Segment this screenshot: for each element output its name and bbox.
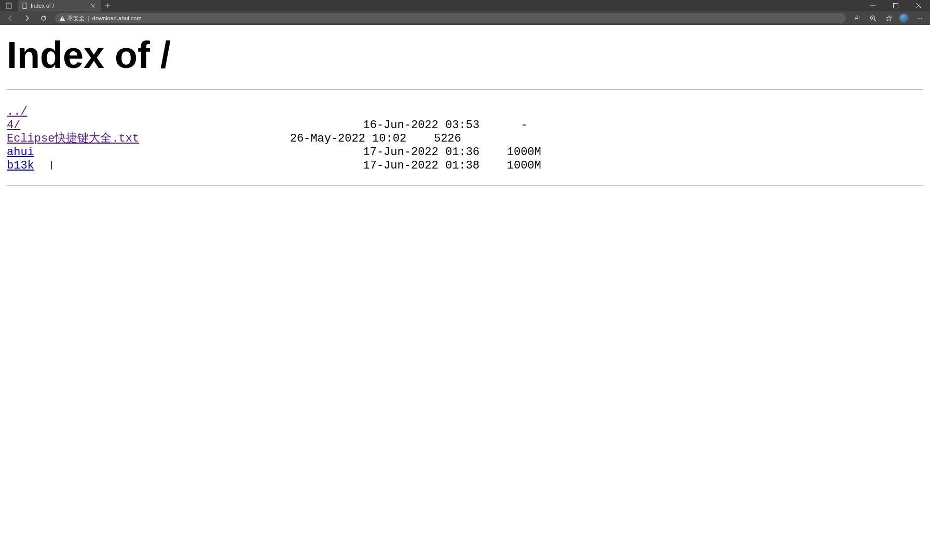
directory-listing: ../ 4/ 16-Jun-2022 03:53 - Eclipse快捷键大全.… [7,90,923,185]
zoom-icon[interactable] [866,12,880,24]
close-window-button[interactable] [907,0,930,11]
svg-rect-0 [6,3,11,8]
listing-link[interactable]: ahui [7,146,34,159]
tab-well: Index of / [0,0,114,11]
address-url: download.ahui.com [92,15,142,21]
reload-button[interactable] [36,12,51,24]
back-button[interactable] [3,12,18,24]
site-security-indicator[interactable]: 不安全 [59,15,85,22]
svg-rect-10 [62,17,62,19]
minimize-button[interactable] [861,0,884,11]
divider-bottom [7,185,923,186]
text-cursor [51,161,52,170]
new-tab-button[interactable] [101,0,114,11]
maximize-button[interactable] [884,0,907,11]
tab-title: Index of / [31,3,86,9]
forward-button[interactable] [20,12,34,24]
tab-actions-icon[interactable] [0,0,18,11]
more-menu-icon[interactable]: ··· [912,12,927,24]
svg-rect-11 [62,20,62,20]
profile-avatar[interactable] [897,12,911,24]
page-content: Index of / ../ 4/ 16-Jun-2022 03:53 - Ec… [0,25,930,560]
browser-toolbar: 不安全 | download.ahui.com A⁾ ··· [0,11,930,25]
listing-link[interactable]: Eclipse快捷键大全.txt [7,132,139,145]
parent-dir-link[interactable]: ../ [7,105,28,118]
close-tab-icon[interactable] [89,2,97,9]
browser-tab[interactable]: Index of / [18,0,101,11]
window-controls [861,0,930,11]
svg-rect-7 [894,4,898,8]
warning-icon [59,16,65,21]
svg-line-13 [874,19,876,21]
address-separator: | [88,15,89,21]
read-aloud-icon[interactable]: A⁾ [850,12,865,24]
title-bar: Index of / [0,0,930,11]
favorites-icon[interactable] [881,12,896,24]
file-icon [22,3,28,9]
listing-link[interactable]: b13k [7,159,34,172]
avatar [899,13,909,23]
listing-link[interactable]: 4/ [7,119,20,132]
security-label: 不安全 [67,15,85,22]
toolbar-right: A⁾ ··· [850,12,927,24]
page-title: Index of / [7,36,923,74]
title-bar-drag[interactable] [114,0,861,11]
address-bar[interactable]: 不安全 | download.ahui.com [55,13,846,23]
